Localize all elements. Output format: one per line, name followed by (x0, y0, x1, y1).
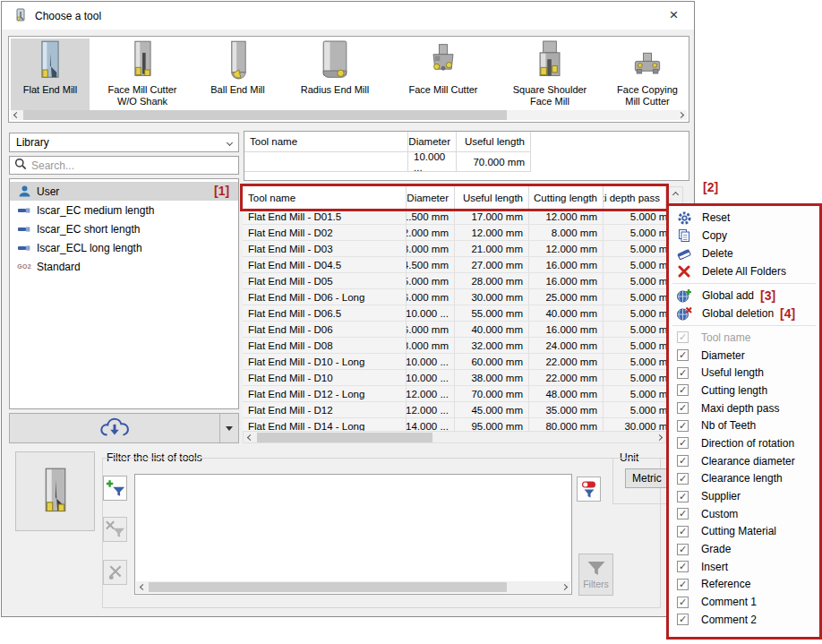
table-row[interactable]: Flat End Mill - D1212.000 ...45.000 mm35… (243, 402, 682, 418)
menu-item-reset[interactable]: Reset (669, 209, 819, 227)
filter-list[interactable] (134, 474, 572, 595)
column-toggle-cutting-material[interactable]: ✓Cutting Material (669, 523, 819, 541)
checkbox-icon[interactable]: ✓ (677, 597, 689, 608)
checkbox-icon[interactable]: ✓ (677, 526, 689, 537)
sidebar-item-iscar-ec-short-length[interactable]: Iscar_EC short length (10, 219, 238, 238)
cloud-download-button[interactable] (9, 413, 239, 443)
checkbox-icon[interactable]: ✓ (677, 455, 689, 467)
scroll-right-icon[interactable] (558, 581, 570, 593)
scroll-right-icon[interactable] (675, 110, 687, 120)
checkbox-icon[interactable]: ✓ (677, 402, 689, 414)
table-row[interactable]: Flat End Mill - D10 - Long10.000 ...60.0… (243, 354, 682, 370)
tool-table-horizontal-scrollbar[interactable] (243, 431, 666, 443)
column-toggle-grade[interactable]: ✓Grade (669, 540, 819, 558)
toolstrip-scroll-thumb[interactable] (23, 110, 507, 120)
toolstrip-item-ball-end-mill[interactable]: Ball End Mill (195, 39, 280, 111)
column-toggle-reference[interactable]: ✓Reference (669, 576, 819, 594)
menu-item-delete-all-folders[interactable]: Delete All Folders (669, 262, 819, 280)
sidebar-item-iscar-ecl-long-length[interactable]: Iscar_ECL long length (10, 238, 238, 257)
checkbox-icon[interactable]: ✓ (677, 544, 689, 555)
column-header-maxi-depth-pass[interactable]: Maxi depth pass (604, 186, 666, 209)
menu-item-global-add[interactable]: Global add[3] (669, 287, 819, 305)
column-toggle-insert[interactable]: ✓Insert (669, 558, 819, 576)
table-row[interactable]: Flat End Mill - D06 - Long6.000 mm30.000… (243, 289, 682, 305)
scroll-left-icon[interactable] (244, 432, 256, 443)
column-toggle-diameter[interactable]: ✓Diameter (669, 347, 819, 365)
column-toggle-custom[interactable]: ✓Custom (669, 505, 819, 523)
table-row[interactable]: Flat End Mill - D01.51.500 mm17.000 mm12… (243, 209, 682, 225)
toolstrip-item-square-shoulder[interactable]: Square Shoulder Face Mill (497, 39, 603, 111)
sidebar-item-standard[interactable]: GO2Standard (10, 257, 238, 276)
table-row[interactable]: Flat End Mill - D022.000 mm12.000 mm8.00… (243, 225, 682, 241)
toolstrip-scrollbar[interactable] (11, 110, 687, 120)
menu-item-copy[interactable]: Copy (669, 227, 819, 245)
checkbox-icon[interactable]: ✓ (677, 367, 689, 379)
cell-value: 95.000 mm (455, 418, 529, 431)
column-toggle-clearance-diameter[interactable]: ✓Clearance diameter (669, 452, 819, 470)
add-filter-button[interactable] (103, 476, 127, 501)
toolstrip-item-radius-end-mill[interactable]: Radius End Mill (280, 39, 390, 111)
checkbox-icon[interactable]: ✓ (677, 491, 689, 502)
search-box[interactable] (9, 156, 239, 175)
library-dropdown[interactable]: Library (9, 133, 239, 152)
checkbox-icon[interactable]: ✓ (677, 437, 689, 449)
checkbox-icon[interactable]: ✓ (677, 384, 689, 396)
column-toggle-useful-length[interactable]: ✓Useful length (669, 364, 819, 382)
column-header-useful-length[interactable]: Useful length (455, 186, 529, 209)
table-row[interactable]: Flat End Mill - D12 - Long12.000 ...70.0… (243, 386, 682, 402)
toggle-filter-button[interactable] (577, 477, 601, 502)
column-toggle-nb-of-teeth[interactable]: ✓Nb of Teeth (669, 416, 819, 434)
column-toggle-cutting-length[interactable]: ✓Cutting length (669, 382, 819, 399)
table-row[interactable]: Flat End Mill - D04.54.500 mm27.000 mm16… (243, 257, 682, 273)
menu-item-delete[interactable]: Delete (669, 245, 819, 262)
toolstrip-item-flat-end-mill[interactable]: Flat End Mill (11, 39, 90, 111)
column-toggle-direction-of-rotation[interactable]: ✓Direction of rotation (669, 434, 819, 452)
column-header-tool-name[interactable]: Tool name (243, 186, 407, 209)
table-row[interactable]: Flat End Mill - D1010.000 ...38.000 mm22… (243, 370, 682, 386)
column-toggle-maxi-depth-pass[interactable]: ✓Maxi depth pass (669, 399, 819, 417)
toolstrip-item-face-mill-cutter[interactable]: Face Mill Cutter W/O Shank (90, 39, 195, 111)
scroll-left-icon[interactable] (11, 110, 22, 120)
menu-item-label: Delete (702, 247, 733, 260)
cell-value: 2.000 mm (407, 225, 455, 240)
checkbox-icon[interactable]: ✓ (677, 508, 689, 519)
toolstrip-item-face-copying[interactable]: Face Copying Mill Cutter (603, 39, 689, 111)
download-options-arrow[interactable] (220, 414, 238, 442)
column-toggle-comment-2[interactable]: ✓Comment 2 (669, 611, 819, 629)
scroll-right-icon[interactable] (653, 432, 665, 443)
tool-table-header[interactable]: Tool nameDiameterUseful lengthCutting le… (243, 186, 666, 209)
column-header-cutting-length[interactable]: Cutting length (529, 186, 604, 209)
sidebar-item-user[interactable]: User (10, 182, 238, 201)
table-row[interactable]: Flat End Mill - D066.000 mm40.000 mm16.0… (243, 322, 682, 338)
column-toggle-supplier[interactable]: ✓Supplier (669, 487, 819, 505)
scroll-left-icon[interactable] (136, 581, 149, 593)
table-row[interactable]: Flat End Mill - D06.510.000 ...55.000 mm… (243, 305, 682, 322)
column-toggle-clearance-length[interactable]: ✓Clearance length (669, 470, 819, 488)
table-row[interactable]: Flat End Mill - D055.000 mm28.000 mm16.0… (243, 273, 682, 289)
table-row[interactable]: Flat End Mill - D088.000 mm32.000 mm24.0… (243, 338, 682, 354)
unit-dropdown[interactable]: Metric (625, 468, 669, 488)
column-header-diameter[interactable]: Diameter (407, 186, 455, 209)
filter-list-scrollbar[interactable] (136, 581, 570, 593)
checkbox-icon[interactable]: ✓ (677, 561, 689, 572)
checkbox-label: Comment 1 (701, 596, 757, 608)
toolstrip-item-face-mill-cutter[interactable]: Face Mill Cutter (390, 39, 497, 111)
column-toggle-comment-1[interactable]: ✓Comment 1 (669, 593, 819, 611)
menu-item-global-deletion[interactable]: Global deletion[4] (669, 305, 819, 322)
close-button[interactable]: × (654, 2, 694, 29)
checkbox-icon[interactable]: ✓ (677, 473, 689, 485)
tool-table-scroll-thumb[interactable] (257, 433, 432, 442)
checkbox-icon[interactable]: ✓ (677, 614, 689, 625)
face-mill-cutter-icon (424, 39, 463, 82)
checkbox-icon[interactable]: ✓ (677, 579, 689, 590)
scroll-up-icon[interactable] (668, 187, 682, 202)
table-row[interactable]: Flat End Mill - D14 - Long14.000 ...95.0… (243, 418, 682, 431)
checkbox-icon[interactable]: ✓ (677, 420, 689, 432)
sidebar-item-iscar-ec-medium-length[interactable]: Iscar_EC medium length (10, 201, 238, 219)
cell-value: 22.000 mm (529, 354, 604, 369)
table-row[interactable]: Flat End Mill - D033.000 mm21.000 mm12.0… (243, 241, 682, 257)
checkbox-icon[interactable]: ✓ (677, 349, 689, 361)
search-input[interactable] (31, 159, 234, 172)
filter-list-scroll-thumb[interactable] (149, 582, 507, 592)
cell-value: 16.000 mm (529, 257, 604, 272)
